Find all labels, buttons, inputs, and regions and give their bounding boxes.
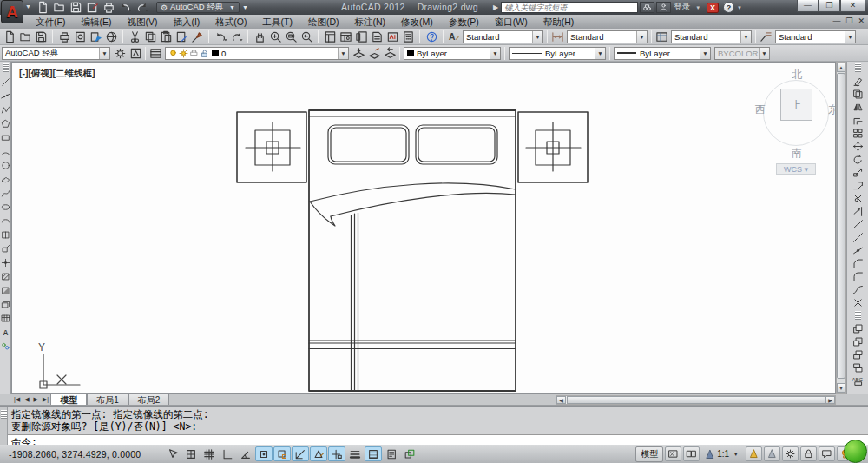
infer-constraints-icon[interactable] — [164, 446, 181, 461]
plot-icon[interactable] — [101, 0, 116, 15]
exchange-apps-icon[interactable]: X — [707, 3, 719, 13]
doc-close-button[interactable]: ✕ — [858, 17, 865, 25]
3d-object-snap-icon[interactable] — [273, 446, 291, 461]
selection-cycling-icon[interactable] — [401, 446, 418, 461]
horizontal-scroll-thumb[interactable] — [567, 396, 825, 404]
viewcube-east[interactable]: 东 — [828, 103, 836, 117]
menu-item-9[interactable]: 参数(P) — [441, 15, 487, 29]
lineweight-dropdown[interactable]: ByLayer▼ — [614, 47, 711, 60]
signin-button[interactable] — [656, 2, 671, 13]
zoom-previous-icon[interactable] — [299, 30, 314, 44]
layer-previous-icon[interactable] — [382, 46, 398, 61]
lineweight-display-icon[interactable] — [346, 446, 364, 461]
layout-tab-0[interactable]: 模型 — [50, 394, 87, 405]
plot-preview-icon[interactable] — [72, 30, 88, 44]
viewcube[interactable]: 北 西 东 上 南 WCS ▾ — [755, 66, 836, 163]
gradient-icon[interactable] — [0, 283, 11, 297]
last-tab-icon[interactable]: ▶| — [41, 396, 50, 403]
lock-ui-icon[interactable] — [800, 446, 817, 461]
search-button[interactable] — [640, 2, 654, 13]
object-snap-icon[interactable] — [255, 446, 273, 461]
trim-icon[interactable] — [849, 192, 866, 205]
rotate-icon[interactable] — [849, 153, 866, 166]
insert-block-icon[interactable] — [0, 228, 11, 241]
save-icon[interactable] — [33, 30, 49, 44]
menu-item-6[interactable]: 绘图(D) — [300, 15, 347, 29]
offset-icon[interactable] — [849, 114, 866, 127]
prev-tab-icon[interactable]: ◀ — [23, 396, 30, 403]
table-style-icon[interactable] — [654, 30, 669, 44]
array-icon[interactable] — [849, 127, 866, 140]
ellipse-icon[interactable] — [0, 200, 11, 214]
designcenter-icon[interactable] — [338, 30, 353, 44]
text-to-front-icon[interactable]: ABC — [849, 374, 866, 387]
erase-icon[interactable] — [849, 75, 866, 88]
workspace-dropdown[interactable]: AutoCAD 经典▼ — [2, 47, 110, 60]
hatch-icon[interactable] — [0, 269, 11, 283]
extend-icon[interactable] — [849, 205, 866, 218]
menu-item-8[interactable]: 修改(M) — [393, 15, 441, 29]
sheetset-manager-icon[interactable] — [369, 30, 385, 44]
drawing-canvas[interactable]: [-][俯视][二维线框] — [11, 62, 836, 394]
add-selected-icon[interactable] — [0, 339, 11, 353]
horizontal-scrollbar[interactable]: ◀ ▶ — [556, 395, 836, 405]
pan-icon[interactable] — [252, 30, 267, 44]
ellipse-arc-icon[interactable] — [0, 214, 11, 228]
plot-icon[interactable] — [56, 30, 72, 44]
tool-palettes-icon[interactable] — [353, 30, 369, 44]
3d-dwf-icon[interactable] — [103, 30, 119, 44]
table-icon[interactable] — [0, 311, 11, 325]
app-menu-arrow-icon[interactable]: ▼ — [25, 3, 31, 10]
viewcube-top-face[interactable]: 上 — [780, 89, 812, 121]
properties-icon[interactable] — [322, 30, 338, 44]
ortho-mode-icon[interactable] — [219, 446, 236, 461]
point-icon[interactable] — [0, 255, 11, 269]
polygon-icon[interactable] — [0, 116, 11, 130]
make-object-layer-current-icon[interactable] — [351, 46, 366, 61]
search-input[interactable] — [501, 2, 638, 13]
help-caret-icon[interactable]: ▼ — [737, 5, 742, 10]
layout-tab-1[interactable]: 布局1 — [87, 394, 128, 405]
break-icon[interactable] — [849, 231, 866, 244]
copy-icon[interactable] — [142, 30, 158, 44]
viewcube-north[interactable]: 北 — [755, 68, 836, 83]
quick-view-drawings-icon[interactable] — [683, 446, 700, 461]
snap-mode-icon[interactable] — [182, 446, 200, 461]
text-style-icon[interactable]: A — [445, 30, 461, 44]
qnew-icon[interactable] — [35, 0, 50, 15]
quickcalc-icon[interactable] — [400, 30, 416, 44]
redo-icon[interactable] — [134, 0, 149, 15]
mleader-style-dropdown[interactable]: Standard▼ — [775, 30, 856, 43]
workspace-switching-icon[interactable] — [782, 446, 799, 461]
arc-icon[interactable] — [0, 144, 11, 158]
vertical-scrollbar[interactable]: ▲ ▼ — [836, 62, 846, 394]
open-icon[interactable] — [17, 30, 33, 44]
doc-restore-button[interactable]: ❐ — [845, 17, 852, 25]
menu-item-1[interactable]: 编辑(E) — [73, 15, 119, 29]
dim-style-dropdown[interactable]: Standard▼ — [567, 30, 648, 43]
line-icon[interactable] — [0, 75, 11, 89]
revision-cloud-icon[interactable] — [0, 172, 11, 186]
layer-properties-icon[interactable] — [148, 46, 163, 61]
stretch-icon[interactable] — [849, 179, 866, 192]
quick-properties-icon[interactable] — [383, 446, 400, 461]
table-style-dropdown[interactable]: Standard▼ — [671, 30, 752, 43]
linetype-dropdown[interactable]: ByLayer▼ — [509, 47, 606, 60]
annotation-scale-control[interactable]: 1:1 ▼ — [701, 449, 744, 460]
bring-to-front-icon[interactable] — [849, 322, 866, 335]
undo-icon[interactable] — [117, 0, 133, 15]
send-to-back-icon[interactable] — [849, 335, 866, 348]
make-block-icon[interactable] — [0, 241, 11, 255]
blend-curves-icon[interactable] — [849, 283, 866, 296]
toolbar-grip[interactable] — [855, 63, 861, 72]
layer-match-icon[interactable] — [366, 46, 382, 61]
join-icon[interactable] — [849, 244, 866, 257]
paste-icon[interactable] — [158, 30, 174, 44]
redo-icon[interactable] — [228, 30, 244, 44]
menu-item-11[interactable]: 帮助(H) — [536, 15, 582, 29]
paste-special-icon[interactable] — [174, 30, 189, 44]
undo-icon[interactable] — [213, 30, 228, 44]
toolbar-grip[interactable] — [3, 63, 9, 72]
menu-item-7[interactable]: 标注(N) — [347, 15, 394, 29]
workspace-extra-arrow[interactable]: ▼ — [240, 3, 251, 12]
